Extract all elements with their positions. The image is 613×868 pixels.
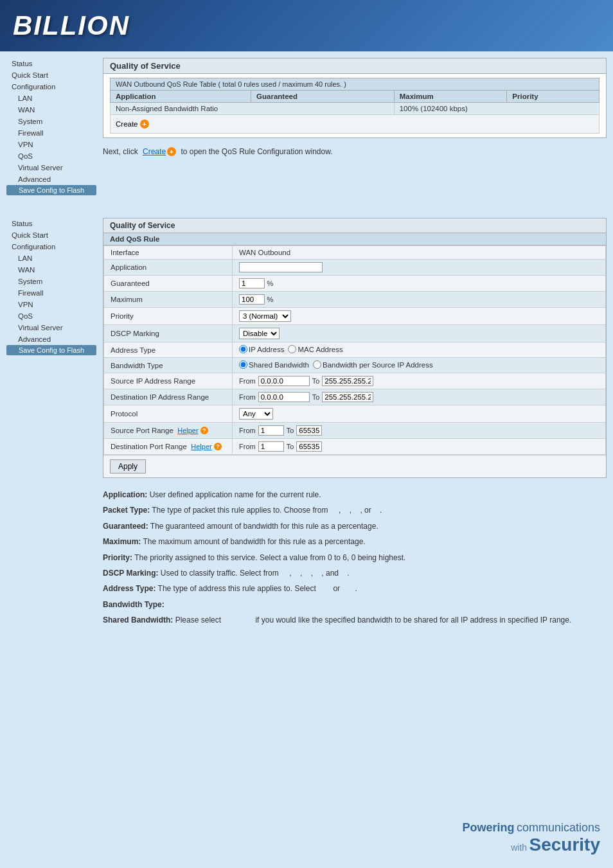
guaranteed-label: Guaranteed (104, 276, 233, 292)
maximum-cell: % (233, 292, 606, 308)
radio-ip-address[interactable] (239, 345, 247, 353)
dest-ip-to-input[interactable] (322, 392, 373, 402)
priority-select[interactable]: 0 (Highest) 1 2 3 (Normal) 4 5 6 (Lowest… (239, 310, 291, 322)
field-row-interface: Interface WAN Outbound (104, 246, 606, 260)
source-port-helper-icon[interactable]: ? (200, 427, 208, 434)
add-qos-form-table: Interface WAN Outbound Application Guara… (103, 245, 606, 455)
col-maximum: Maximum (394, 91, 507, 103)
sidebar-item-quickstart-1[interactable]: Quick Start (6, 69, 96, 81)
dscp-select[interactable]: Disable (239, 328, 280, 339)
sidebar-item-config-2[interactable]: Configuration (6, 241, 96, 252)
sidebar-item-config-1[interactable]: Configuration (6, 81, 96, 93)
sidebar-2: Status Quick Start Configuration LAN WAN… (6, 218, 96, 632)
desc-maximum-bold: Maximum: (103, 537, 141, 546)
sidebar-item-vpn-1[interactable]: VPN (6, 139, 96, 150)
second-section: Status Quick Start Configuration LAN WAN… (0, 211, 613, 639)
source-port-to-input[interactable] (296, 425, 322, 436)
sidebar-item-system-2[interactable]: System (6, 276, 96, 287)
guaranteed-unit: % (267, 279, 273, 287)
instruction-create-icon: + (167, 147, 176, 156)
protocol-label: Protocol (104, 405, 233, 423)
dest-port-from-label: From (239, 443, 256, 450)
dest-ip-from-input[interactable] (258, 392, 310, 402)
desc-dscp: DSCP Marking: Used to classify traffic. … (103, 567, 607, 580)
radio-per-source-label[interactable]: Bandwidth per Source IP Address (313, 360, 433, 369)
sidebar-item-virtualserver-2[interactable]: Virtual Server (6, 322, 96, 333)
footer-powering: Powering communications (463, 821, 600, 835)
qos-header-row: Application Guaranteed Maximum Priority (111, 91, 600, 103)
field-row-maximum: Maximum % (104, 292, 606, 308)
logo: BILLION (13, 10, 130, 41)
sidebar-item-saveconfig-1[interactable]: Save Config to Flash (6, 185, 96, 195)
qos-content-top: Quality of Service WAN Outbound QoS Rule… (103, 58, 607, 205)
qos-title-top: Quality of Service (103, 58, 606, 74)
protocol-select[interactable]: Any TCP UDP ICMP (239, 408, 273, 420)
qos-box-top: Quality of Service WAN Outbound QoS Rule… (103, 58, 607, 138)
dest-ip-to-label: To (312, 393, 320, 401)
dest-port-from-input[interactable] (258, 441, 284, 452)
non-assigned-value: 100% (102400 kbps) (394, 103, 599, 115)
radio-mac-address[interactable] (288, 345, 296, 353)
desc-guaranteed: Guaranteed: The guaranteed amount of ban… (103, 520, 607, 533)
sidebar-item-system-1[interactable]: System (6, 116, 96, 127)
field-row-source-ip: Source IP Address Range From To (104, 373, 606, 389)
sidebar-item-advanced-1[interactable]: Advanced (6, 173, 96, 185)
sidebar-item-wan-1[interactable]: WAN (6, 104, 96, 116)
apply-button[interactable]: Apply (110, 459, 146, 474)
sidebar-item-saveconfig-2[interactable]: Save Config to Flash (6, 345, 96, 355)
application-input[interactable] (239, 262, 323, 272)
source-port-from-input[interactable] (258, 425, 284, 436)
sidebar-item-wan-2[interactable]: WAN (6, 264, 96, 276)
sidebar-item-qos-2[interactable]: QoS (6, 310, 96, 322)
radio-per-source-text: Bandwidth per Source IP Address (323, 361, 433, 369)
sidebar-item-firewall-2[interactable]: Firewall (6, 287, 96, 299)
desc-dscp-bold: DSCP Marking: (103, 569, 158, 578)
sidebar-item-lan-1[interactable]: LAN (6, 93, 96, 104)
sidebar-item-firewall-1[interactable]: Firewall (6, 127, 96, 139)
footer-security-line: with Security (463, 835, 600, 855)
sidebar-item-status-1[interactable]: Status (6, 58, 96, 69)
radio-ip-label[interactable]: IP Address (239, 345, 284, 353)
instruction-after: to open the QoS Rule Configuration windo… (181, 147, 332, 156)
maximum-input[interactable] (239, 294, 265, 305)
interface-label: Interface (104, 246, 233, 260)
source-ip-to-input[interactable] (322, 376, 373, 386)
guaranteed-cell: % (233, 276, 606, 292)
instruction-create-link[interactable]: Create+ (143, 147, 176, 156)
sidebar-item-lan-2[interactable]: LAN (6, 252, 96, 264)
desc-packet-type: Packet Type: The type of packet this rul… (103, 504, 607, 517)
source-ip-from-input[interactable] (258, 376, 310, 386)
dest-port-helper-link[interactable]: Helper (191, 443, 211, 450)
radio-mac-label[interactable]: MAC Address (288, 345, 342, 353)
dest-port-cell: From To (233, 439, 606, 455)
source-port-helper-link[interactable]: Helper (177, 427, 198, 434)
desc-maximum-text: The maximum amount of bandwidth for this… (143, 537, 365, 546)
sidebar-item-quickstart-2[interactable]: Quick Start (6, 229, 96, 241)
sidebar-1: Status Quick Start Configuration LAN WAN… (6, 58, 96, 205)
dscp-cell: Disable (233, 325, 606, 342)
add-qos-subtitle: Add QoS Rule (103, 233, 606, 245)
desc-address-text: The type of address this rule applies to… (158, 584, 357, 593)
desc-guaranteed-text: The guaranteed amount of bandwidth for t… (150, 522, 378, 531)
source-port-cell: From To (233, 423, 606, 439)
dest-port-helper-icon[interactable]: ? (214, 443, 222, 450)
priority-label: Priority (104, 308, 233, 325)
desc-bandwidth-type: Bandwidth Type: (103, 598, 607, 611)
radio-shared-bandwidth[interactable] (239, 360, 247, 369)
form-footer: Apply (103, 455, 606, 477)
sidebar-item-vpn-2[interactable]: VPN (6, 299, 96, 310)
field-row-protocol: Protocol Any TCP UDP ICMP (104, 405, 606, 423)
guaranteed-input[interactable] (239, 278, 265, 288)
instruction-before: Next, click (103, 147, 138, 156)
field-row-dest-ip: Destination IP Address Range From To (104, 389, 606, 405)
radio-shared-label[interactable]: Shared Bandwidth (239, 360, 309, 369)
create-icon: + (140, 120, 149, 128)
sidebar-item-advanced-2[interactable]: Advanced (6, 333, 96, 345)
sidebar-item-status-2[interactable]: Status (6, 218, 96, 229)
sidebar-item-qos-1[interactable]: QoS (6, 150, 96, 162)
radio-per-source-bandwidth[interactable] (313, 360, 321, 369)
create-link[interactable]: Create+ (116, 117, 149, 131)
dest-port-to-input[interactable] (296, 441, 322, 452)
sidebar-item-virtualserver-1[interactable]: Virtual Server (6, 162, 96, 173)
desc-address-bold: Address Type: (103, 584, 155, 593)
